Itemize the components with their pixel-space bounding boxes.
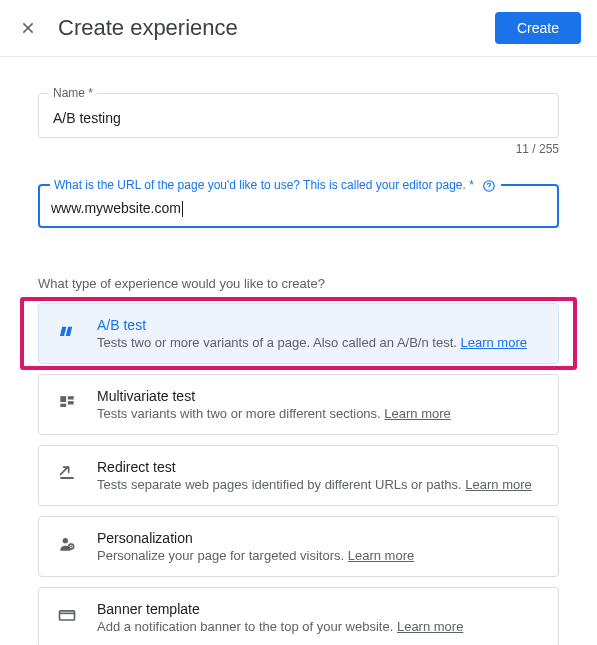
name-label: Name * [49, 86, 97, 100]
option-title: A/B test [97, 317, 542, 333]
url-value: www.mywebsite.com [51, 200, 181, 216]
svg-rect-5 [66, 327, 72, 336]
learn-more-link[interactable]: Learn more [348, 548, 414, 563]
option-desc: Tests two or more variants of a page. Al… [97, 335, 542, 350]
learn-more-link[interactable]: Learn more [465, 477, 531, 492]
svg-rect-14 [60, 611, 75, 620]
name-char-count: 11 / 255 [38, 142, 559, 156]
name-field: Name * 11 / 255 [38, 93, 559, 156]
svg-rect-4 [60, 327, 66, 336]
option-desc-text: Add a notification banner to the top of … [97, 619, 397, 634]
option-banner-template[interactable]: Banner template Add a notification banne… [38, 587, 559, 645]
option-desc: Tests separate web pages identified by d… [97, 477, 542, 492]
option-multivariate-test[interactable]: Multivariate test Tests variants with tw… [38, 374, 559, 435]
learn-more-link[interactable]: Learn more [384, 406, 450, 421]
url-field: What is the URL of the page you'd like t… [38, 184, 559, 228]
option-desc: Personalize your page for targeted visit… [97, 548, 542, 563]
svg-rect-7 [68, 396, 74, 399]
svg-point-3 [489, 188, 490, 189]
dialog-body: Name * 11 / 255 What is the URL of the p… [0, 57, 597, 645]
svg-rect-8 [68, 401, 74, 404]
option-title: Banner template [97, 601, 542, 617]
url-label-pre: What is the URL of the page you'd like t… [54, 178, 402, 192]
option-desc-text: Tests two or more variants of a page. Al… [97, 335, 460, 350]
learn-more-link[interactable]: Learn more [460, 335, 526, 350]
option-ab-test[interactable]: A/B test Tests two or more variants of a… [38, 303, 559, 364]
option-desc-text: Tests variants with two or more differen… [97, 406, 384, 421]
url-input-box[interactable]: What is the URL of the page you'd like t… [38, 184, 559, 228]
name-input-box[interactable]: Name * [38, 93, 559, 138]
option-ab-wrap: A/B test Tests two or more variants of a… [38, 303, 559, 364]
banner-icon [55, 603, 79, 627]
option-body: A/B test Tests two or more variants of a… [97, 317, 542, 350]
svg-rect-9 [60, 404, 66, 407]
option-body: Redirect test Tests separate web pages i… [97, 459, 542, 492]
option-title: Personalization [97, 530, 542, 546]
svg-point-11 [63, 538, 68, 543]
option-personalization[interactable]: Personalization Personalize your page fo… [38, 516, 559, 577]
text-caret [182, 201, 183, 217]
option-desc: Tests variants with two or more differen… [97, 406, 542, 421]
create-button[interactable]: Create [495, 12, 581, 44]
multivariate-icon [55, 390, 79, 414]
url-label: What is the URL of the page you'd like t… [50, 178, 501, 194]
page-title: Create experience [58, 15, 495, 41]
option-redirect-test[interactable]: Redirect test Tests separate web pages i… [38, 445, 559, 506]
url-label-bold: editor page [402, 178, 462, 192]
option-body: Multivariate test Tests variants with tw… [97, 388, 542, 421]
option-title: Redirect test [97, 459, 542, 475]
help-icon[interactable] [481, 178, 497, 194]
url-input[interactable]: www.mywebsite.com [51, 200, 183, 216]
close-icon[interactable] [16, 16, 40, 40]
redirect-icon [55, 461, 79, 485]
option-desc: Add a notification banner to the top of … [97, 619, 542, 634]
experience-type-options: A/B test Tests two or more variants of a… [38, 303, 559, 645]
experience-type-question: What type of experience would you like t… [38, 276, 559, 291]
personalization-icon [55, 532, 79, 556]
learn-more-link[interactable]: Learn more [397, 619, 463, 634]
dialog-header: Create experience Create [0, 0, 597, 57]
svg-rect-6 [60, 396, 66, 402]
svg-point-13 [70, 546, 72, 548]
ab-test-icon [55, 319, 79, 343]
option-body: Personalization Personalize your page fo… [97, 530, 542, 563]
option-desc-text: Tests separate web pages identified by d… [97, 477, 465, 492]
option-body: Banner template Add a notification banne… [97, 601, 542, 634]
url-required-mark: * [466, 178, 474, 192]
option-title: Multivariate test [97, 388, 542, 404]
option-desc-text: Personalize your page for targeted visit… [97, 548, 348, 563]
name-input[interactable] [51, 109, 546, 127]
